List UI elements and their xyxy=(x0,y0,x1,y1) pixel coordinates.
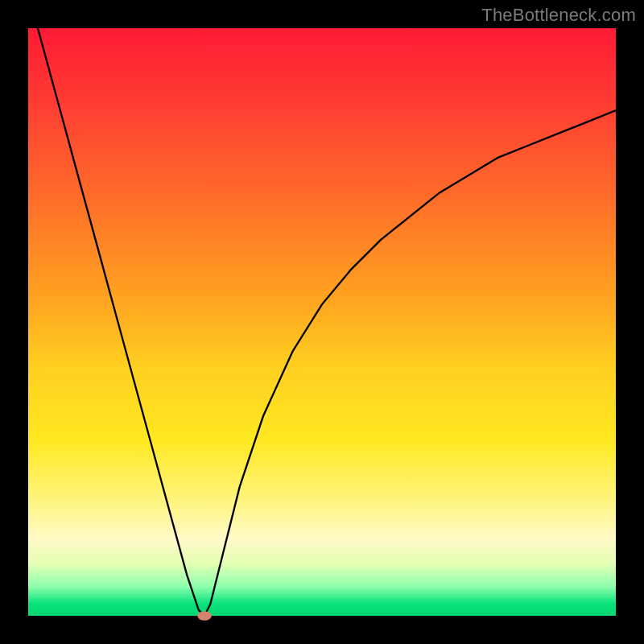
minimum-marker xyxy=(197,611,212,621)
bottleneck-curve-path xyxy=(28,0,616,616)
bottleneck-curve-svg xyxy=(28,28,616,616)
plot-area xyxy=(28,28,616,616)
chart-frame: TheBottleneck.com xyxy=(0,0,644,644)
watermark-text: TheBottleneck.com xyxy=(481,5,636,26)
